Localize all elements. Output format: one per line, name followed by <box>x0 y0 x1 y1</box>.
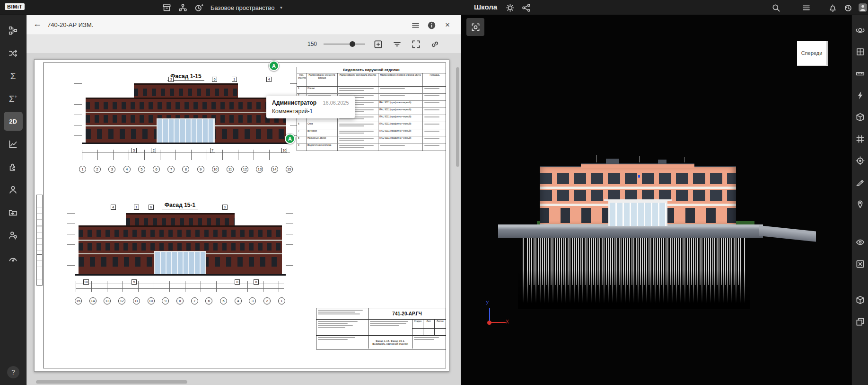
keynote-box: 4 <box>111 205 116 210</box>
app-logo[interactable]: BIMiT <box>5 3 25 10</box>
grid-bubble: 6 <box>205 297 212 304</box>
model-3d[interactable] <box>490 161 816 317</box>
help-button[interactable]: ? <box>7 366 19 378</box>
back-arrow-icon[interactable]: ← <box>33 19 42 29</box>
finish-table-header-cell: Наименование элемента фасада <box>307 73 338 86</box>
sheet-list-icon[interactable] <box>410 19 421 31</box>
grid-bubble: 9 <box>197 166 204 173</box>
link-icon[interactable] <box>429 38 441 50</box>
grid-bubble: 5 <box>138 166 145 173</box>
keynote-box: 7 <box>210 148 215 153</box>
model-building <box>540 166 736 224</box>
comment-marker-2[interactable]: А <box>285 134 295 144</box>
clash-icon[interactable] <box>855 90 866 101</box>
team-icon[interactable] <box>177 2 188 13</box>
grid-icon[interactable] <box>855 134 866 144</box>
finish-table-header-cell: Площадь <box>423 73 447 86</box>
grid-bubble: 14 <box>271 166 278 173</box>
grid-bubble: 12 <box>241 166 248 173</box>
view-scan-button[interactable] <box>466 18 484 36</box>
recent-activity-icon[interactable] <box>842 2 853 13</box>
finish-table-header-cell: Наименование материала отделки <box>338 73 378 86</box>
finish-table-header: Поз. отделкиНаименование элемента фасада… <box>297 73 446 87</box>
axis-origin <box>487 321 491 325</box>
keynote-box: 6 <box>212 77 217 82</box>
model-foundation-slab <box>498 224 763 238</box>
title-block: 741-20-АР.ГЧ Стадия Лист Листов Фасад 1-… <box>316 308 446 349</box>
model-blue-marker <box>638 175 640 178</box>
keynote-box: 1 <box>232 77 237 82</box>
vertical-scrollbar[interactable] <box>456 67 459 167</box>
view-2d-icon[interactable]: 2D <box>4 112 23 131</box>
view-cube-label: Спереди <box>801 50 823 56</box>
grid-bubble: 13 <box>256 166 263 173</box>
comment-marker-1[interactable]: А <box>269 61 279 71</box>
overlay-icon[interactable] <box>855 316 866 327</box>
shaded-view-icon[interactable] <box>855 295 866 305</box>
add-note-icon[interactable] <box>372 38 384 50</box>
connections-icon[interactable] <box>4 44 23 63</box>
search-icon[interactable] <box>770 2 781 13</box>
orbit-icon[interactable] <box>855 25 866 36</box>
dashboard-icon[interactable] <box>4 248 23 267</box>
workspace-label: Базовое пространство <box>210 4 275 11</box>
history-icon[interactable] <box>193 2 204 13</box>
sum-icon[interactable]: Σ <box>4 66 23 85</box>
zoom-value: 150 <box>307 41 317 47</box>
filter-lines-icon[interactable] <box>391 38 403 50</box>
model-ground-ramp <box>759 225 816 242</box>
structure-tree-icon[interactable] <box>4 21 23 40</box>
finish-table-row: 9Водосточная система <box>297 143 446 151</box>
zoom-slider-knob[interactable] <box>350 41 355 47</box>
focus-icon[interactable] <box>855 155 866 166</box>
notifications-bell-icon[interactable] <box>827 2 838 13</box>
titleblock-code: 741-20-АР.ГЧ <box>368 308 446 319</box>
grid-bubble: 1 <box>278 297 285 304</box>
model-entrance-glazing <box>608 201 667 226</box>
keynote-box: 10 <box>281 148 287 153</box>
zoom-slider[interactable] <box>324 41 365 47</box>
horizontal-scrollbar[interactable] <box>36 380 187 384</box>
fit-screen-icon[interactable] <box>410 38 422 50</box>
viewer-2d-panel: ← 740-20-АР ИЗМ. × 150 Фасад 1-15 <box>26 15 461 385</box>
viewpoint-icon[interactable] <box>855 46 866 57</box>
settings-gear-icon[interactable] <box>504 2 516 13</box>
users-icon[interactable] <box>4 180 23 199</box>
account-avatar[interactable] <box>857 2 868 13</box>
keynote-box: 1 <box>134 205 139 210</box>
facade-15-1-drawing: Фасад 15-1 151413121110987654321 4163 10… <box>75 202 285 321</box>
viewer-3d-panel[interactable]: Спереди У X <box>461 15 851 385</box>
finish-table-row: 7ВитражиRAL 9011 (графитно-черный) <box>297 129 446 136</box>
user-location-icon[interactable] <box>4 225 23 244</box>
grid-bubble: 3 <box>249 297 256 304</box>
info-icon[interactable] <box>426 19 437 31</box>
storage-icon[interactable] <box>161 2 172 13</box>
share-icon[interactable] <box>520 2 532 13</box>
facade-1-15-drawing: Фасад 1-15 123456789101112131415 3614 52… <box>77 73 295 190</box>
grid-bubble: 8 <box>182 166 189 173</box>
close-icon[interactable]: × <box>442 19 453 31</box>
plugins-icon[interactable] <box>4 157 23 176</box>
left-toolbar: ΣΣ+2D ? <box>0 15 26 385</box>
pin-icon[interactable] <box>855 199 866 210</box>
keynote-box: 3 <box>222 205 228 210</box>
delete-elements-icon[interactable] <box>855 259 866 269</box>
visibility-icon[interactable] <box>855 237 866 248</box>
model-parapet <box>581 163 694 168</box>
model-box-icon[interactable] <box>855 112 866 123</box>
sum-add-icon[interactable]: Σ+ <box>4 89 23 108</box>
view-cube[interactable]: Спереди <box>797 41 828 66</box>
measure-icon[interactable] <box>855 68 866 79</box>
section-cut-icon[interactable] <box>855 177 866 188</box>
finish-table-row: 1Стены <box>297 87 446 94</box>
shared-folder-icon[interactable] <box>4 203 23 222</box>
menu-list-icon[interactable] <box>800 2 812 13</box>
axis-y-label: У <box>486 300 489 305</box>
right-toolbar <box>851 15 868 385</box>
keynote-box: 6 <box>254 279 259 285</box>
workspace-selector[interactable]: Базовое пространство ▼ <box>210 0 283 15</box>
facade-1-15-grid-bubbles: 123456789101112131415 <box>79 166 293 173</box>
drawing-canvas[interactable]: Фасад 1-15 123456789101112131415 3614 52… <box>26 53 461 385</box>
grid-bubble: 6 <box>153 166 160 173</box>
charts-icon[interactable] <box>4 134 23 153</box>
